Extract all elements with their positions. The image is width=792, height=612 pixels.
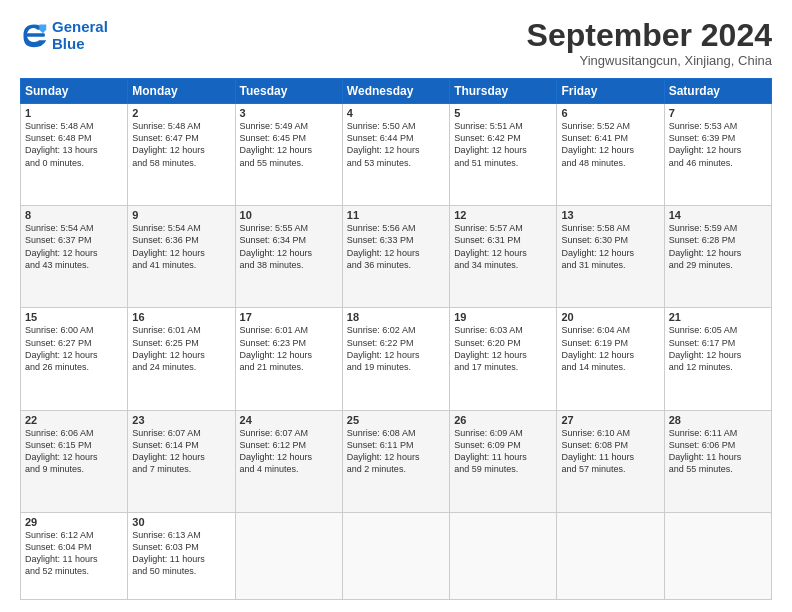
calendar-header-row: Sunday Monday Tuesday Wednesday Thursday… [21, 79, 772, 104]
month-title: September 2024 [527, 18, 772, 53]
logo: General Blue [20, 18, 108, 53]
header: General Blue September 2024 Yingwusitang… [20, 18, 772, 68]
col-tuesday: Tuesday [235, 79, 342, 104]
day-29: 29Sunrise: 6:12 AMSunset: 6:04 PMDayligh… [21, 512, 128, 599]
calendar-week-5: 29Sunrise: 6:12 AMSunset: 6:04 PMDayligh… [21, 512, 772, 599]
calendar-table: Sunday Monday Tuesday Wednesday Thursday… [20, 78, 772, 600]
col-monday: Monday [128, 79, 235, 104]
day-22: 22Sunrise: 6:06 AMSunset: 6:15 PMDayligh… [21, 410, 128, 512]
col-saturday: Saturday [664, 79, 771, 104]
col-wednesday: Wednesday [342, 79, 449, 104]
day-2: 2Sunrise: 5:48 AMSunset: 6:47 PMDaylight… [128, 104, 235, 206]
day-21: 21Sunrise: 6:05 AMSunset: 6:17 PMDayligh… [664, 308, 771, 410]
day-15: 15Sunrise: 6:00 AMSunset: 6:27 PMDayligh… [21, 308, 128, 410]
day-4: 4Sunrise: 5:50 AMSunset: 6:44 PMDaylight… [342, 104, 449, 206]
day-16: 16Sunrise: 6:01 AMSunset: 6:25 PMDayligh… [128, 308, 235, 410]
day-25: 25Sunrise: 6:08 AMSunset: 6:11 PMDayligh… [342, 410, 449, 512]
calendar-week-2: 8Sunrise: 5:54 AMSunset: 6:37 PMDaylight… [21, 206, 772, 308]
day-empty [450, 512, 557, 599]
day-13: 13Sunrise: 5:58 AMSunset: 6:30 PMDayligh… [557, 206, 664, 308]
day-3: 3Sunrise: 5:49 AMSunset: 6:45 PMDaylight… [235, 104, 342, 206]
day-6: 6Sunrise: 5:52 AMSunset: 6:41 PMDaylight… [557, 104, 664, 206]
calendar-week-3: 15Sunrise: 6:00 AMSunset: 6:27 PMDayligh… [21, 308, 772, 410]
day-23: 23Sunrise: 6:07 AMSunset: 6:14 PMDayligh… [128, 410, 235, 512]
day-12: 12Sunrise: 5:57 AMSunset: 6:31 PMDayligh… [450, 206, 557, 308]
day-5: 5Sunrise: 5:51 AMSunset: 6:42 PMDaylight… [450, 104, 557, 206]
day-27: 27Sunrise: 6:10 AMSunset: 6:08 PMDayligh… [557, 410, 664, 512]
day-empty [557, 512, 664, 599]
page: General Blue September 2024 Yingwusitang… [0, 0, 792, 612]
day-14: 14Sunrise: 5:59 AMSunset: 6:28 PMDayligh… [664, 206, 771, 308]
day-26: 26Sunrise: 6:09 AMSunset: 6:09 PMDayligh… [450, 410, 557, 512]
day-19: 19Sunrise: 6:03 AMSunset: 6:20 PMDayligh… [450, 308, 557, 410]
day-11: 11Sunrise: 5:56 AMSunset: 6:33 PMDayligh… [342, 206, 449, 308]
calendar-week-1: 1Sunrise: 5:48 AMSunset: 6:48 PMDaylight… [21, 104, 772, 206]
day-30: 30Sunrise: 6:13 AMSunset: 6:03 PMDayligh… [128, 512, 235, 599]
subtitle: Yingwusitangcun, Xinjiang, China [527, 53, 772, 68]
day-17: 17Sunrise: 6:01 AMSunset: 6:23 PMDayligh… [235, 308, 342, 410]
col-thursday: Thursday [450, 79, 557, 104]
logo-text: General Blue [52, 18, 108, 53]
logo-icon [20, 21, 48, 49]
title-block: September 2024 Yingwusitangcun, Xinjiang… [527, 18, 772, 68]
day-10: 10Sunrise: 5:55 AMSunset: 6:34 PMDayligh… [235, 206, 342, 308]
day-28: 28Sunrise: 6:11 AMSunset: 6:06 PMDayligh… [664, 410, 771, 512]
day-7: 7Sunrise: 5:53 AMSunset: 6:39 PMDaylight… [664, 104, 771, 206]
day-18: 18Sunrise: 6:02 AMSunset: 6:22 PMDayligh… [342, 308, 449, 410]
day-empty [235, 512, 342, 599]
day-empty [342, 512, 449, 599]
day-20: 20Sunrise: 6:04 AMSunset: 6:19 PMDayligh… [557, 308, 664, 410]
day-empty [664, 512, 771, 599]
day-8: 8Sunrise: 5:54 AMSunset: 6:37 PMDaylight… [21, 206, 128, 308]
day-9: 9Sunrise: 5:54 AMSunset: 6:36 PMDaylight… [128, 206, 235, 308]
calendar-week-4: 22Sunrise: 6:06 AMSunset: 6:15 PMDayligh… [21, 410, 772, 512]
day-1: 1Sunrise: 5:48 AMSunset: 6:48 PMDaylight… [21, 104, 128, 206]
col-sunday: Sunday [21, 79, 128, 104]
col-friday: Friday [557, 79, 664, 104]
day-24: 24Sunrise: 6:07 AMSunset: 6:12 PMDayligh… [235, 410, 342, 512]
